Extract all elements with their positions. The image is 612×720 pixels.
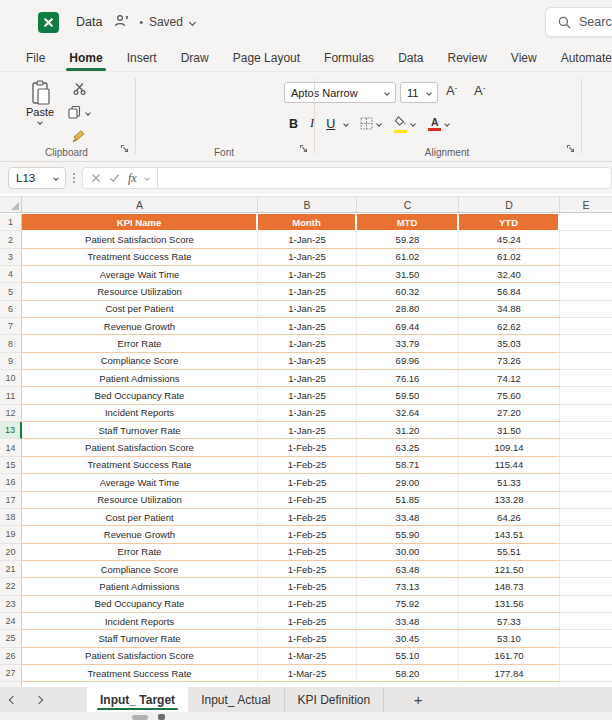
row-header[interactable]: 1 — [0, 214, 22, 231]
copy-button[interactable] — [66, 104, 92, 121]
alignment-dialog-launcher[interactable] — [566, 139, 575, 157]
cell-ytd[interactable]: 61.02 — [459, 249, 560, 266]
cell-month[interactable]: 1-Jan-25 — [258, 387, 357, 404]
row-header[interactable]: 16 — [0, 474, 22, 491]
cell-month[interactable]: 1-Mar-25 — [258, 665, 357, 682]
cell-kpi-name[interactable]: Average Wait Time — [22, 474, 258, 491]
row-header[interactable]: 11 — [0, 387, 22, 404]
cell-kpi-name[interactable]: Patient Satisfaction Score — [22, 439, 258, 456]
cell-month[interactable]: 1-Jan-25 — [258, 405, 357, 422]
cell-ytd[interactable]: 55.51 — [459, 544, 560, 561]
cell-kpi-name[interactable]: Resource Utilization — [22, 492, 258, 509]
cell-empty[interactable] — [560, 405, 612, 422]
cell-empty[interactable] — [560, 561, 612, 578]
formula-input[interactable] — [158, 167, 612, 189]
cell-kpi-name[interactable]: Staff Turnover Rate — [22, 422, 258, 439]
insert-function-button[interactable]: fx — [128, 171, 137, 186]
cell-mtd[interactable]: 59.50 — [357, 387, 459, 404]
sheet-tab[interactable]: Input_ Target — [87, 687, 188, 712]
cell-empty[interactable] — [560, 578, 612, 595]
cell-ytd[interactable]: 75.60 — [459, 387, 560, 404]
cell-empty[interactable] — [560, 492, 612, 509]
row-header[interactable]: 7 — [0, 318, 22, 335]
cut-button[interactable] — [66, 80, 92, 97]
cell-kpi-name[interactable]: Cost per Patient — [22, 509, 258, 526]
cell-kpi-name[interactable]: Bed Occupancy Rate — [22, 387, 258, 404]
row-header[interactable]: 21 — [0, 561, 22, 578]
cell-month[interactable]: 1-Feb-25 — [258, 578, 357, 595]
header-cell-kpi-name[interactable]: KPI Name — [22, 214, 258, 231]
cell-mtd[interactable]: 58.71 — [357, 457, 459, 474]
cell-kpi-name[interactable]: Cost per Patient — [22, 301, 258, 318]
cell-ytd[interactable]: 121.50 — [459, 561, 560, 578]
cell-ytd[interactable]: 32.40 — [459, 266, 560, 283]
row-header[interactable]: 10 — [0, 370, 22, 387]
cell-ytd[interactable]: 143.51 — [459, 526, 560, 543]
cell-mtd[interactable]: 58.20 — [357, 665, 459, 682]
cell-mtd[interactable]: 30.45 — [357, 630, 459, 647]
cell-empty[interactable] — [560, 370, 612, 387]
cell-empty[interactable] — [560, 457, 612, 474]
row-header[interactable]: 3 — [0, 249, 22, 266]
prev-sheet-button[interactable] — [0, 687, 26, 712]
cell-ytd[interactable]: 62.62 — [459, 318, 560, 335]
header-cell-month[interactable]: Month — [258, 214, 357, 231]
cell-empty[interactable] — [560, 439, 612, 456]
cell-ytd[interactable]: 73.26 — [459, 353, 560, 370]
cell-kpi-name[interactable]: Treatment Success Rate — [22, 249, 258, 266]
row-header[interactable]: 25 — [0, 630, 22, 647]
cell-mtd[interactable]: 30.00 — [357, 544, 459, 561]
row-header[interactable]: 5 — [0, 283, 22, 300]
cell-mtd[interactable]: 73.13 — [357, 578, 459, 595]
confirm-entry-icon[interactable] — [109, 169, 120, 187]
cell-mtd[interactable]: 33.48 — [357, 509, 459, 526]
ribbon-tab[interactable]: File — [14, 44, 57, 71]
cell-kpi-name[interactable]: Patient Satisfaction Score — [22, 231, 258, 248]
cell-empty[interactable] — [560, 301, 612, 318]
column-header-b[interactable]: B — [258, 197, 357, 212]
ribbon-tab[interactable]: Page Layout — [221, 44, 312, 71]
cell-empty[interactable] — [560, 526, 612, 543]
cell-month[interactable]: 1-Jan-25 — [258, 301, 357, 318]
cell-kpi-name[interactable]: Treatment Success Rate — [22, 665, 258, 682]
cell-kpi-name[interactable]: Compliance Score — [22, 353, 258, 370]
cell-ytd[interactable]: 35.03 — [459, 335, 560, 352]
cell-mtd[interactable]: 75.92 — [357, 596, 459, 613]
cell-month[interactable]: 1-Jan-25 — [258, 231, 357, 248]
cell-month[interactable]: 1-Feb-25 — [258, 596, 357, 613]
row-header[interactable]: 19 — [0, 526, 22, 543]
column-header-e[interactable]: E — [560, 197, 612, 212]
row-header[interactable]: 14 — [0, 439, 22, 456]
cell-ytd[interactable]: 131.56 — [459, 596, 560, 613]
cell-ytd[interactable]: 34.88 — [459, 301, 560, 318]
cell-ytd[interactable]: 177.84 — [459, 665, 560, 682]
cell-ytd[interactable]: 51.33 — [459, 474, 560, 491]
row-header[interactable]: 22 — [0, 578, 22, 595]
cell-mtd[interactable]: 29.00 — [357, 474, 459, 491]
sheet-tab[interactable]: KPI Definition — [285, 687, 385, 712]
cell-kpi-name[interactable]: Bed Occupancy Rate — [22, 596, 258, 613]
cell-mtd[interactable]: 33.48 — [357, 613, 459, 630]
sheet-tab[interactable]: Input_ Actual — [188, 687, 284, 712]
cell-ytd[interactable]: 31.50 — [459, 422, 560, 439]
cell-ytd[interactable]: 109.14 — [459, 439, 560, 456]
cell-empty[interactable] — [560, 249, 612, 266]
row-header[interactable]: 9 — [0, 353, 22, 370]
cell-mtd[interactable]: 59.28 — [357, 231, 459, 248]
row-header[interactable]: 4 — [0, 266, 22, 283]
row-header[interactable]: 2 — [0, 231, 22, 248]
autosave-status[interactable]: • Saved — [139, 15, 195, 29]
cell-kpi-name[interactable]: Patient Admissions — [22, 370, 258, 387]
row-header[interactable]: 13 — [0, 422, 22, 439]
cell-kpi-name[interactable]: Compliance Score — [22, 561, 258, 578]
cell-month[interactable]: 1-Feb-25 — [258, 613, 357, 630]
cell-month[interactable]: 1-Feb-25 — [258, 439, 357, 456]
cell-month[interactable]: 1-Jan-25 — [258, 422, 357, 439]
clipboard-dialog-launcher[interactable] — [120, 139, 129, 157]
cell-month[interactable]: 1-Jan-25 — [258, 335, 357, 352]
cell-kpi-name[interactable]: Incident Reports — [22, 613, 258, 630]
cell-month[interactable]: 1-Jan-25 — [258, 318, 357, 335]
ribbon-tab[interactable]: Automate — [549, 44, 612, 71]
cell-ytd[interactable]: 53.10 — [459, 630, 560, 647]
cell-empty[interactable] — [560, 387, 612, 404]
